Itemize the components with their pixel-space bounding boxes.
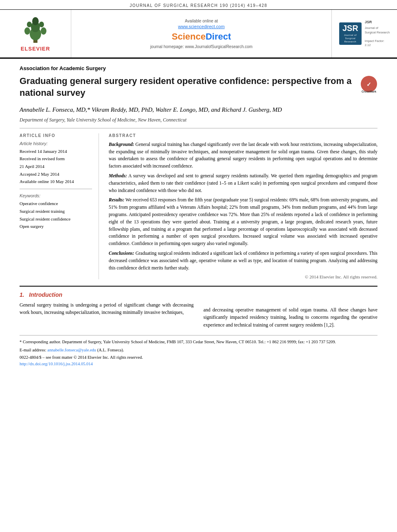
article-info-abstract-row: Article Info Article history: Received 1… <box>20 133 377 279</box>
article-title-row: Graduating general surgery resident oper… <box>20 75 377 99</box>
jsr-right-info: JSR Journal ofSurgical ResearchImpact Fa… <box>365 20 390 47</box>
keyword-2: Surgical resident training <box>20 208 92 215</box>
keyword-1: Operative confidence <box>20 200 92 208</box>
svg-point-7 <box>39 22 44 27</box>
author-affiliation: Department of Surgery, Yale University S… <box>20 117 377 123</box>
results-label: Results: <box>109 197 124 202</box>
journal-header-text: Journal of Surgical Research 190 (2014) … <box>129 3 267 8</box>
article-info-column: Article Info Article history: Received 1… <box>20 133 99 279</box>
conclusions-text: Graduating surgical residents indicated … <box>109 251 377 270</box>
introduction-section: 1. Introduction General surgery training… <box>20 291 377 329</box>
svg-point-6 <box>27 22 32 27</box>
abstract-results: Results: We received 653 responses from … <box>109 196 377 247</box>
abstract-text: Background: General surgical training ha… <box>109 141 377 272</box>
jsr-acronym: JSR <box>342 24 358 33</box>
crossmark-icon: ✓ CrossMark <box>360 75 377 96</box>
keyword-4: Open surgery <box>20 223 92 230</box>
email-name: (A.L. Fonseca). <box>97 348 124 352</box>
revised-date: 21 April 2014 <box>20 163 92 170</box>
abstract-methods: Methods: A survey was developed and sent… <box>109 172 377 194</box>
background-label: Background: <box>109 142 134 147</box>
intro-heading-text: Introduction <box>29 291 62 298</box>
abstract-conclusions: Conclusions: Graduating surgical residen… <box>109 250 377 272</box>
conclusions-label: Conclusions: <box>109 251 134 256</box>
email-line: E-mail address: annabelle.fonseca@yale.e… <box>20 347 377 353</box>
abstract-label: Abstract <box>109 133 377 138</box>
introduction-paragraph-right: and decreasing operative management of s… <box>204 306 378 329</box>
article-title-text: Graduating general surgery resident oper… <box>20 75 360 99</box>
banner-center: Available online at www.sciencedirect.co… <box>71 10 332 57</box>
jsr-badge: JSR Journal ofSurgical Research <box>339 22 362 45</box>
elsevier-tree-icon <box>19 15 52 44</box>
corresponding-author-note: * Corresponding author. Department of Su… <box>20 339 377 345</box>
elsevier-logo: ELSEVIER <box>0 10 71 57</box>
jsr-subtitle: Journal ofSurgical Research <box>339 34 362 43</box>
received-revised-label: Received in revised form <box>20 155 92 163</box>
doi-link[interactable]: http://dx.doi.org/10.1016/j.jss.2014.05.… <box>20 362 93 366</box>
keywords-label: Keywords: <box>20 193 92 198</box>
abstract-background: Background: General surgical training ha… <box>109 141 377 170</box>
available-online-date: Available online 10 May 2014 <box>20 178 92 185</box>
journal-homepage-text: journal homepage: www.JournalofSurgicalR… <box>150 44 252 49</box>
banner-row: ELSEVIER Available online at www.science… <box>0 10 397 59</box>
introduction-right: and decreasing operative management of s… <box>204 291 378 329</box>
info-divider <box>20 189 92 189</box>
svg-point-5 <box>41 27 46 35</box>
keyword-3: Surgical resident confidence <box>20 215 92 223</box>
bottom-divider <box>20 286 377 287</box>
svg-point-3 <box>32 17 39 25</box>
issn-text: 0022-4804/$ – see front matter © 2014 El… <box>20 354 377 361</box>
crossmark-badge[interactable]: ✓ CrossMark <box>360 75 377 96</box>
sciencedirect-url[interactable]: www.sciencedirect.com <box>178 24 224 29</box>
results-text: We received 653 responses from the fifth… <box>109 197 377 246</box>
doi-line: http://dx.doi.org/10.1016/j.jss.2014.05.… <box>20 361 377 367</box>
authors: Annabelle L. Fonseca, MD,* Vikram Reddy,… <box>20 105 377 115</box>
svg-point-4 <box>24 27 30 35</box>
footnote-area: * Corresponding author. Department of Su… <box>20 335 377 367</box>
introduction-heading: 1. Introduction <box>20 291 194 298</box>
article-history-label: Article history: <box>20 141 92 146</box>
copyright-text: © 2014 Elsevier Inc. All rights reserved… <box>109 274 377 279</box>
svg-text:✓: ✓ <box>366 81 371 88</box>
email-label: E-mail address: <box>20 348 46 352</box>
elsevier-brand-text: ELSEVIER <box>21 46 50 52</box>
background-text: General surgical training has changed si… <box>109 142 377 168</box>
sciencedirect-logo: ScienceDirect <box>172 31 231 42</box>
jsr-logo-box: JSR Journal ofSurgical Research JSR Jour… <box>332 10 397 57</box>
svg-text:CrossMark: CrossMark <box>362 90 376 93</box>
available-online-text: Available online at <box>185 19 218 23</box>
introduction-paragraph-left: General surgery training is undergoing a… <box>20 301 194 316</box>
received-date: Received 14 January 2014 <box>20 148 92 155</box>
methods-label: Methods: <box>109 173 127 178</box>
article-info-label: Article Info <box>20 133 92 138</box>
introduction-left: 1. Introduction General surgery training… <box>20 291 194 329</box>
header-divider <box>20 128 377 128</box>
intro-number: 1. <box>20 291 24 298</box>
journal-header: Journal of Surgical Research 190 (2014) … <box>0 0 397 10</box>
main-content: Association for Academic Surgery Graduat… <box>0 59 397 374</box>
accepted-date: Accepted 2 May 2014 <box>20 170 92 178</box>
association-label: Association for Academic Surgery <box>20 65 377 71</box>
methods-text: A survey was developed and sent to gener… <box>109 173 377 193</box>
email-link[interactable]: annabelle.fonseca@yale.edu <box>47 348 96 352</box>
abstract-column: Abstract Background: General surgical tr… <box>109 133 377 279</box>
